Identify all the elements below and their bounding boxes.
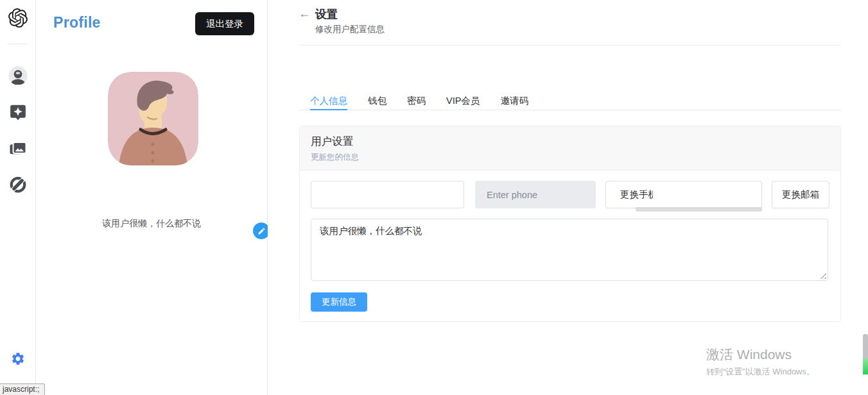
user-settings-card: 用户设置 更新您的信息 更换手机 更换邮箱 该用户很懒，什么都不说 更新信息 [299,126,841,322]
settings-gear-icon[interactable] [10,351,25,369]
slash-circle-icon[interactable] [8,175,28,197]
card-header: 用户设置 更新您的信息 [300,126,840,171]
tab-invite-code[interactable]: 邀请码 [500,92,528,110]
sidebar-divider [8,44,28,44]
tab-password[interactable]: 密码 [407,92,426,110]
logout-button[interactable]: 退出登录 [195,12,254,35]
scrollbar-track [863,334,868,358]
card-subtitle: 更新您的信息 [311,152,829,163]
phone-input[interactable] [475,181,596,208]
settings-main: ← 设置 修改用户配置信息 个人信息 钱包 密码 VIP会员 邀请码 用户设置 … [268,0,868,395]
page-subtitle: 修改用户配置信息 [315,24,385,35]
page-title: 设置 [315,6,338,22]
back-arrow-icon[interactable]: ← [299,6,310,21]
sparkle-badge-icon[interactable] [8,103,28,124]
profile-panel: Profile 退出登录 该用户很懒，什么都不说 [36,0,268,395]
tab-wallet[interactable]: 钱包 [368,92,386,110]
card-body: 更换手机 更换邮箱 该用户很懒，什么都不说 更新信息 [300,171,840,321]
change-phone-label: 更换手机 [620,189,653,201]
header-divider [299,45,841,46]
card-title: 用户设置 [311,135,829,149]
profile-title: Profile [53,14,101,31]
tab-vip[interactable]: VIP会员 [446,92,480,110]
form-row: 更换手机 更换邮箱 [311,181,829,208]
openai-logo[interactable] [8,8,28,30]
user-bio-caption: 该用户很懒，什么都不说 [36,218,267,230]
nickname-input[interactable] [311,181,464,208]
change-email-button[interactable]: 更换邮箱 [772,181,829,208]
scrollbar-green-thumb [863,358,868,374]
user-avatar-icon[interactable] [8,65,28,88]
gallery-icon[interactable] [8,139,28,161]
settings-tabs: 个人信息 钱包 密码 VIP会员 邀请码 [299,92,841,110]
bio-textarea-wrap: 该用户很懒，什么都不说 [311,219,828,281]
tab-personal-info[interactable]: 个人信息 [310,92,347,110]
user-avatar-image[interactable] [108,72,198,165]
icon-sidebar [0,0,36,395]
status-bar-link-tooltip: javascript:; [0,383,45,395]
update-info-button[interactable]: 更新信息 [311,292,367,312]
change-phone-button[interactable]: 更换手机 [605,181,762,208]
scrollbar-indicator[interactable] [863,334,868,374]
bio-textarea[interactable]: 该用户很懒，什么都不说 [311,219,828,281]
